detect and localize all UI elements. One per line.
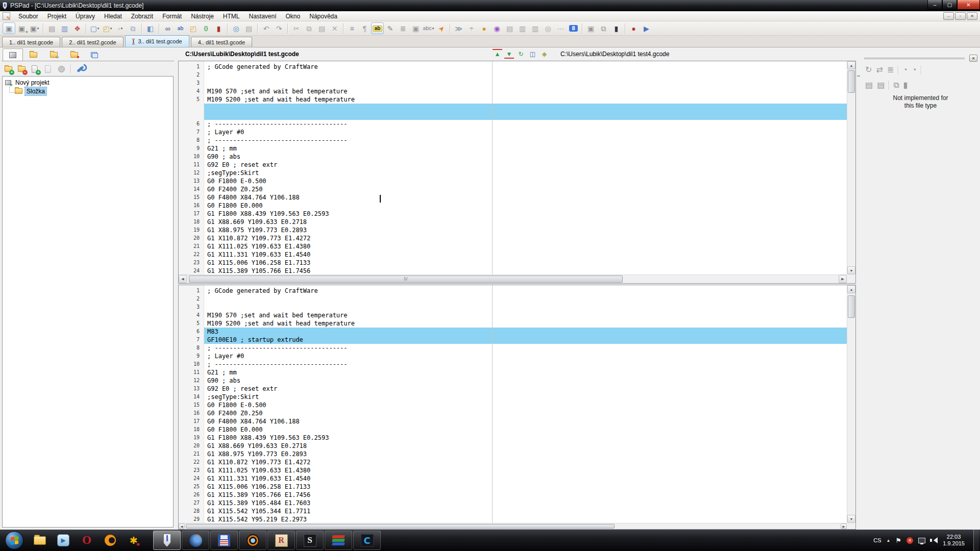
- log-window-icon[interactable]: ▮: [212, 22, 225, 34]
- taskbar-media-player-button[interactable]: ▶: [52, 530, 75, 550]
- menu-okno[interactable]: Okno: [281, 12, 305, 21]
- vertical-scrollbar[interactable]: ▲ ▼: [847, 61, 855, 274]
- horizontal-scrollbar[interactable]: ◀ Ⅳ ▶: [179, 274, 847, 283]
- mdi-restore-button[interactable]: ▫: [955, 12, 966, 20]
- sidebar-tab-project[interactable]: [3, 48, 23, 61]
- taskbar-floppy-app-button[interactable]: [210, 531, 238, 550]
- tab-document-1[interactable]: 1.. dil1 test.gcode: [2, 37, 60, 47]
- pilcrow-icon[interactable]: ¶: [358, 22, 371, 34]
- view-panel-icon[interactable]: ◧: [144, 22, 157, 34]
- scroll-down-arrow[interactable]: ▼: [847, 266, 855, 274]
- play-macro-icon[interactable]: ▶: [640, 22, 653, 34]
- start-button[interactable]: [5, 531, 23, 549]
- indent-icon[interactable]: ≫: [452, 22, 465, 34]
- scroll-up-arrow[interactable]: ▲: [847, 61, 855, 69]
- syntax-highlight-icon[interactable]: ab: [371, 22, 384, 34]
- code-rows[interactable]: 1; GCode generated by CraftWare234M190 S…: [179, 285, 847, 523]
- action-center-flag-icon[interactable]: ⚑: [896, 537, 902, 544]
- new-window-icon[interactable]: ⧉: [597, 22, 610, 34]
- panel-indent-icon[interactable]: ≣: [887, 65, 894, 74]
- split-lines-icon[interactable]: ÷: [465, 22, 478, 34]
- panel-refresh-icon[interactable]: ↻: [865, 65, 872, 74]
- menu-hledat[interactable]: Hledat: [100, 12, 127, 21]
- tab-document-3[interactable]: I3.. dil1 test.gcode: [125, 35, 189, 47]
- sidebar-remove-folder-button[interactable]: −: [16, 64, 27, 74]
- volume-icon[interactable]: [930, 537, 938, 543]
- redo-icon[interactable]: ↷: [273, 22, 285, 34]
- menu-html[interactable]: HTML: [218, 12, 244, 21]
- panel-grab-handle[interactable]: [864, 58, 965, 59]
- taskbar-layered-cube-button[interactable]: [325, 531, 352, 550]
- menu-zobrazit[interactable]: Zobrazit: [127, 12, 158, 21]
- replace-icon[interactable]: ab: [174, 22, 187, 34]
- spell-pen-icon[interactable]: ✎: [384, 22, 397, 34]
- diff-pane-right-file[interactable]: 1; GCode generated by CraftWare234M190 S…: [178, 285, 856, 530]
- scroll-left-arrow[interactable]: ◀: [179, 523, 185, 529]
- cut-icon[interactable]: ✂: [290, 22, 303, 34]
- palette-icon[interactable]: ●: [478, 22, 491, 34]
- show-desktop-button[interactable]: [973, 530, 979, 551]
- taskbar-pspad-button[interactable]: [153, 531, 181, 550]
- menu-nstroje[interactable]: Nástroje: [186, 12, 218, 21]
- copy-icon[interactable]: ⧉: [303, 22, 315, 34]
- scrollbar-thumb[interactable]: [848, 70, 855, 93]
- open-file-icon[interactable]: ◰▾: [101, 22, 114, 34]
- lock-icon[interactable]: ▣: [409, 22, 422, 34]
- number-8-icon[interactable]: 8: [567, 22, 580, 34]
- panel-doc-list-2-icon[interactable]: ▤: [877, 80, 885, 90]
- panel-splitter[interactable]: [856, 47, 861, 530]
- project-add-icon[interactable]: ▣+: [15, 22, 28, 34]
- sidebar-add-file-button[interactable]: +: [30, 64, 40, 74]
- panel-copy-doc-icon[interactable]: ⧉: [893, 81, 899, 90]
- tm-doc-icon[interactable]: ▤: [503, 22, 516, 34]
- menu-pravy[interactable]: Úpravy: [71, 12, 100, 21]
- scroll-right-arrow[interactable]: ▶: [841, 523, 847, 529]
- panel-transform-icon[interactable]: ⇄: [876, 65, 883, 74]
- clipboard-icon[interactable]: ▤: [45, 22, 58, 34]
- project-open-icon[interactable]: ▣▾: [28, 22, 41, 34]
- network-icon[interactable]: [918, 538, 925, 543]
- find-icon[interactable]: ∞: [161, 22, 174, 34]
- scrollbar-thumb[interactable]: [186, 524, 615, 529]
- delete-icon[interactable]: ✕: [328, 22, 341, 34]
- spell-check-icon[interactable]: abc▾: [422, 22, 435, 34]
- pin-icon[interactable]: ➤: [435, 22, 448, 34]
- next-difference-icon[interactable]: ▼: [504, 49, 514, 59]
- undo-icon[interactable]: ↶: [260, 22, 273, 34]
- save-file-icon[interactable]: ▫▾: [114, 22, 127, 34]
- find-in-files-icon[interactable]: ◰: [187, 22, 200, 34]
- save-all-icon[interactable]: ⧉: [127, 22, 139, 34]
- split-view-icon[interactable]: ◫: [528, 49, 537, 59]
- print-icon[interactable]: ▤: [242, 22, 255, 34]
- paste-icon[interactable]: ▤: [315, 22, 328, 34]
- vertical-scrollbar[interactable]: ▲ ▼: [847, 285, 855, 523]
- dots-icon[interactable]: ⋯: [554, 22, 567, 34]
- panel-doc-list-icon[interactable]: ▤: [865, 80, 873, 90]
- scrollbar-thumb[interactable]: Ⅳ: [189, 276, 623, 283]
- taskbar-red-r-cube-button[interactable]: R: [267, 531, 295, 550]
- recompare-icon[interactable]: ↻: [516, 49, 526, 59]
- web-search-icon[interactable]: ◎: [542, 22, 554, 34]
- menu-formt[interactable]: Formát: [158, 12, 186, 21]
- project-box-icon[interactable]: ▣: [3, 22, 15, 34]
- sidebar-tab-favorites[interactable]: ♥: [64, 48, 84, 61]
- mdi-close-button[interactable]: ✕: [967, 12, 977, 20]
- close-button[interactable]: ✕: [957, 0, 980, 10]
- taskbar-s-app-button[interactable]: S: [296, 531, 324, 550]
- maximize-button[interactable]: ▢: [942, 0, 957, 10]
- scrollbar-thumb[interactable]: [848, 295, 855, 318]
- console-icon[interactable]: ▮: [610, 22, 623, 34]
- menu-npovda[interactable]: Nápověda: [305, 12, 342, 21]
- zoom-icon[interactable]: ◎: [230, 22, 242, 34]
- sidebar-add-folder-button[interactable]: +: [3, 64, 13, 74]
- sort-list-icon[interactable]: ≣: [397, 22, 409, 34]
- panel-close-button[interactable]: ✕: [969, 55, 977, 62]
- taskbar-blender-button[interactable]: [239, 531, 266, 550]
- menu-projekt[interactable]: Projekt: [43, 12, 71, 21]
- first-difference-icon[interactable]: ▲: [493, 49, 502, 59]
- taskbar-paw-button[interactable]: ✱: [122, 530, 145, 550]
- record-macro-icon[interactable]: ●: [627, 22, 640, 34]
- taskbar-explorer-button[interactable]: [28, 530, 52, 550]
- sidebar-project-settings-button[interactable]: [75, 64, 85, 74]
- color-cubes-icon[interactable]: ❖: [71, 22, 84, 34]
